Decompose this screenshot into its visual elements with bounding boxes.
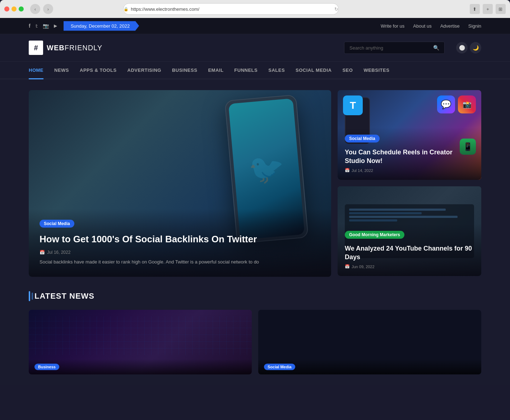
side-article-1-date: Jul 14, 2022 [352, 168, 373, 173]
logo[interactable]: # WEBFRIENDLY [29, 41, 102, 55]
browser-chrome: ‹ › 🔒 https://www.electronthemes.com/ ↻ … [0, 0, 510, 18]
nav-email[interactable]: EMAIL [208, 62, 223, 79]
app-icons: 💬 📸 [437, 95, 476, 113]
browser-navigation: ‹ › [30, 4, 53, 14]
calendar-icon-2: 📅 [345, 264, 350, 269]
browser-actions: ⬆ + ⊞ [470, 4, 506, 14]
latest-news-header: LATEST NEWS [29, 291, 481, 301]
featured-main-date: Jul 16, 2022 [47, 250, 70, 255]
news-grid: Business Social Media [29, 310, 481, 374]
facebook-icon[interactable]: f [29, 23, 31, 29]
side-article-2[interactable]: Good Morning Marketers We Analyzed 24 Yo… [338, 186, 481, 276]
main-content: 🐦 Social Media How to Get 1000's Of Soci… [0, 79, 510, 385]
side-article-1-meta: 📅 Jul 14, 2022 [345, 168, 474, 173]
light-mode-button[interactable]: ⚪ [456, 42, 468, 53]
featured-main-meta: 📅 Jul 16, 2022 [40, 250, 320, 255]
website: f 𝕥 📷 ▶ Sunday, December 02, 2022 Write … [0, 18, 510, 385]
main-nav: HOME NEWS APPS & TOOLS ADVERTISING BUSIN… [0, 61, 510, 79]
theme-toggles: ⚪ 🌙 [456, 42, 481, 53]
about-us-link[interactable]: About us [413, 23, 431, 29]
signin-link[interactable]: Signin [468, 23, 481, 29]
featured-main-excerpt: Social backlinks have made it easier to … [40, 258, 320, 266]
nav-seo[interactable]: SEO [342, 62, 353, 79]
advertise-link[interactable]: Advertise [440, 23, 460, 29]
side-article-2-date: Jun 09, 2022 [352, 265, 375, 269]
maximize-button[interactable] [19, 6, 24, 11]
side-article-1-tag[interactable]: Social Media [345, 135, 380, 143]
featured-grid: 🐦 Social Media How to Get 1000's Of Soci… [29, 90, 481, 277]
news-card-2-overlay: Social Media [258, 359, 481, 374]
new-tab-button[interactable]: + [483, 4, 493, 14]
featured-main-article[interactable]: 🐦 Social Media How to Get 1000's Of Soci… [29, 90, 331, 277]
news-card-2-tag[interactable]: Social Media [264, 364, 295, 370]
minimize-button[interactable] [11, 6, 17, 11]
instagram-icon[interactable]: 📷 [43, 23, 49, 29]
nav-advertising[interactable]: ADVERTISING [128, 62, 161, 79]
nav-websites[interactable]: WEBSITES [363, 62, 389, 79]
calendar-icon-1: 📅 [345, 168, 350, 173]
address-bar[interactable]: 🔒 https://www.electronthemes.com/ ↻ [123, 3, 339, 15]
news-card-1[interactable]: Business [29, 310, 252, 374]
search-bar[interactable]: 🔍 [344, 42, 445, 54]
window-controls [4, 6, 24, 11]
side-article-2-meta: 📅 Jun 09, 2022 [345, 264, 474, 269]
nav-funnels[interactable]: FUNNELS [234, 62, 258, 79]
side-article-2-title: We Analyzed 24 YouTube Channels for 90 D… [345, 244, 474, 261]
circuit-pattern [29, 316, 252, 355]
side-article-1-overlay: Social Media You Can Schedule Reels in C… [338, 127, 481, 180]
logo-hash: # [29, 41, 43, 55]
header: # WEBFRIENDLY 🔍 ⚪ 🌙 [0, 34, 510, 61]
search-input[interactable] [349, 45, 430, 51]
nav-sales[interactable]: SALES [268, 62, 285, 79]
news-card-1-tag[interactable]: Business [34, 364, 59, 370]
nav-home[interactable]: HOME [29, 62, 43, 79]
dark-mode-button[interactable]: 🌙 [470, 42, 481, 53]
nav-social-media[interactable]: SOCIAL MEDIA [296, 62, 332, 79]
nav-news[interactable]: NEWS [54, 62, 69, 79]
side-article-2-overlay: Good Morning Marketers We Analyzed 24 Yo… [338, 224, 481, 276]
featured-side: 💬 📸 T 📱 Social Media You Can Schedule Re… [338, 90, 481, 277]
logo-text: WEBFRIENDLY [47, 44, 102, 52]
close-button[interactable] [4, 6, 9, 11]
top-bar: f 𝕥 📷 ▶ Sunday, December 02, 2022 Write … [0, 18, 510, 34]
side-article-1-title: You Can Schedule Reels in Creator Studio… [345, 148, 474, 165]
telegram-icon: T [343, 95, 363, 115]
featured-main-overlay: Social Media How to Get 1000's Of Social… [29, 209, 331, 277]
latest-news-title: LATEST NEWS [34, 291, 94, 301]
calendar-icon: 📅 [40, 250, 45, 255]
search-icon[interactable]: 🔍 [433, 45, 439, 51]
top-nav: Write for us About us Advertise Signin [381, 23, 481, 29]
back-button[interactable]: ‹ [30, 4, 40, 14]
side-article-2-tag[interactable]: Good Morning Marketers [345, 231, 404, 239]
twitter-bird-icon: 🐦 [247, 151, 286, 187]
forward-button[interactable]: › [43, 4, 53, 14]
section-line-decoration [29, 291, 30, 301]
lock-icon: 🔒 [124, 7, 129, 11]
nav-apps-tools[interactable]: APPS & TOOLS [80, 62, 117, 79]
messenger-icon: 💬 [437, 95, 455, 113]
twitter-icon[interactable]: 𝕥 [36, 23, 38, 29]
featured-main-tag[interactable]: Social Media [40, 220, 74, 228]
url-text: https://www.electronthemes.com/ [131, 6, 199, 12]
youtube-icon[interactable]: ▶ [54, 23, 57, 28]
date-badge: Sunday, December 02, 2022 [64, 21, 139, 31]
write-for-us-link[interactable]: Write for us [381, 23, 404, 29]
news-card-2[interactable]: Social Media [258, 310, 481, 374]
grid-button[interactable]: ⊞ [496, 4, 506, 14]
nav-business[interactable]: BUSINESS [172, 62, 197, 79]
refresh-icon[interactable]: ↻ [334, 6, 338, 12]
instagram-icon: 📸 [458, 95, 476, 113]
social-icons: f 𝕥 📷 ▶ [29, 23, 57, 29]
news-card-1-overlay: Business [29, 359, 252, 374]
share-button[interactable]: ⬆ [470, 4, 480, 14]
featured-main-title: How to Get 1000's Of Social Backlinks On… [40, 233, 320, 246]
side-article-1[interactable]: 💬 📸 T 📱 Social Media You Can Schedule Re… [338, 90, 481, 180]
